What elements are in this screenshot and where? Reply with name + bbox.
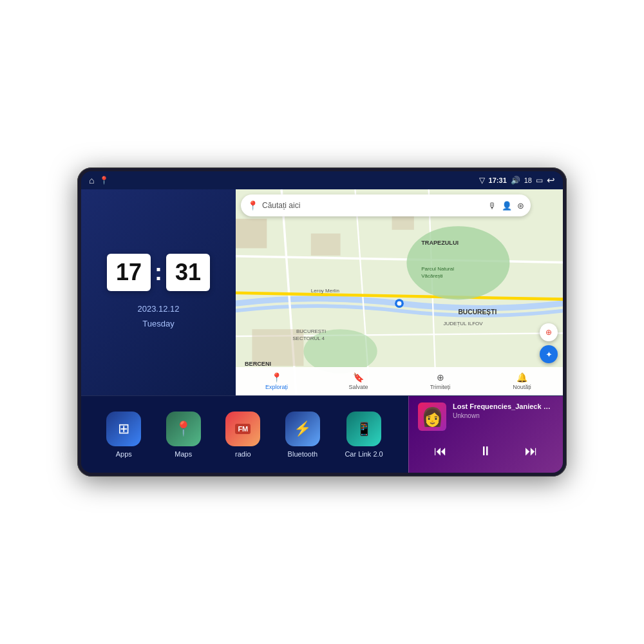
media-top: 👩 Lost Frequencies_Janieck Devy-... Unkn… — [418, 402, 554, 431]
map-search-bar[interactable]: 📍 Căutați aici 🎙 👤 ⊛ — [241, 194, 531, 216]
carlink-label: Car Link 2.0 — [345, 450, 383, 458]
map-nav-explore[interactable]: 📍 Explorați — [236, 367, 317, 395]
svg-point-24 — [397, 301, 402, 306]
back-icon[interactable]: ↩ — [547, 175, 555, 186]
app-item-maps[interactable]: 📍 Maps — [166, 412, 201, 458]
map-search-icons: 🎙 👤 ⊛ — [488, 201, 524, 211]
maps-pin-icon: 📍 — [247, 200, 258, 211]
clock-date: 2023.12.12 Tuesday — [137, 301, 179, 332]
clock-panel: 17 : 31 2023.12.12 Tuesday — [81, 189, 236, 395]
status-bar-left: ⌂ 📍 — [89, 175, 109, 185]
svg-text:TRAPEZULUI: TRAPEZULUI — [421, 240, 459, 246]
media-player: 👩 Lost Frequencies_Janieck Devy-... Unkn… — [408, 396, 563, 473]
svg-text:BUCUREȘTI: BUCUREȘTI — [296, 328, 326, 334]
map-bottom-nav: 📍 Explorați 🔖 Salvate ⊕ Trimiteți 🔔 — [236, 367, 563, 395]
svg-rect-10 — [311, 234, 341, 256]
maps-label: Maps — [175, 450, 192, 458]
account-icon[interactable]: 👤 — [502, 201, 512, 211]
svg-rect-9 — [236, 219, 267, 249]
svg-text:JUDEȚUL ILFOV: JUDEȚUL ILFOV — [444, 321, 484, 327]
saved-icon: 🔖 — [353, 372, 364, 383]
app-item-carlink[interactable]: 📱 Car Link 2.0 — [345, 412, 383, 458]
status-time: 17:31 — [489, 176, 507, 184]
news-label: Noutăți — [513, 384, 531, 390]
svg-point-7 — [406, 226, 509, 299]
clock-colon: : — [155, 254, 162, 291]
status-bar-right: ▽ 17:31 🔊 18 ▭ ↩ — [479, 175, 555, 186]
app-item-apps[interactable]: ⊞ Apps — [106, 412, 141, 458]
clock-display: 17 : 31 — [107, 254, 210, 291]
svg-text:BERCENI: BERCENI — [245, 361, 271, 367]
apps-icon: ⊞ — [106, 412, 141, 446]
device-shell: ⌂ 📍 ▽ 17:31 🔊 18 ▭ ↩ 17 : — [77, 167, 567, 477]
explore-icon: 📍 — [271, 372, 282, 383]
bottom-section: ⊞ Apps 📍 Maps FM radio — [81, 395, 563, 473]
saved-label: Salvate — [348, 384, 368, 390]
explore-label: Explorați — [265, 384, 288, 390]
home-icon[interactable]: ⌂ — [89, 175, 94, 185]
volume-icon: 🔊 — [511, 176, 520, 185]
media-info: Lost Frequencies_Janieck Devy-... Unknow… — [453, 402, 554, 419]
main-content: 17 : 31 2023.12.12 Tuesday 📍 Căutați aic… — [81, 189, 563, 473]
signal-icon: ▽ — [479, 176, 485, 185]
app-item-radio[interactable]: FM radio — [225, 412, 260, 458]
bluetooth-icon: ⚡ — [285, 412, 320, 446]
map-compass-button[interactable]: ⊕ — [540, 323, 558, 341]
map-nav-news[interactable]: 🔔 Noutăți — [481, 367, 563, 395]
maps-icon: 📍 — [166, 412, 201, 446]
bluetooth-label: Bluetooth — [288, 450, 317, 458]
map-search-placeholder: Căutați aici — [262, 201, 484, 210]
map-nav-send[interactable]: ⊕ Trimiteți — [399, 367, 481, 395]
send-label: Trimiteți — [430, 384, 451, 390]
clock-minutes: 31 — [166, 254, 210, 291]
volume-level: 18 — [524, 176, 532, 184]
layers-icon[interactable]: ⊛ — [517, 201, 524, 211]
map-location-button[interactable]: ✦ — [540, 345, 558, 363]
send-icon: ⊕ — [437, 372, 444, 383]
carlink-icon: 📱 — [346, 412, 381, 446]
maps-nav-icon[interactable]: 📍 — [99, 176, 109, 185]
media-title: Lost Frequencies_Janieck Devy-... — [453, 402, 554, 410]
news-icon: 🔔 — [516, 372, 527, 383]
mic-icon[interactable]: 🎙 — [488, 201, 497, 211]
svg-text:SECTORUL 4: SECTORUL 4 — [292, 336, 325, 341]
map-nav-saved[interactable]: 🔖 Salvate — [317, 367, 399, 395]
map-panel[interactable]: 📍 Căutați aici 🎙 👤 ⊛ — [236, 189, 563, 395]
battery-icon: ▭ — [536, 176, 543, 185]
svg-text:Leroy Merlin: Leroy Merlin — [311, 288, 339, 294]
media-artist: Unknown — [453, 412, 554, 419]
radio-label: radio — [235, 450, 251, 458]
screen: ⌂ 📍 ▽ 17:31 🔊 18 ▭ ↩ 17 : — [81, 171, 563, 473]
radio-icon: FM — [225, 412, 260, 446]
map-background: TRAPEZULUI BUCUREȘTI JUDEȚUL ILFOV BERCE… — [236, 189, 563, 395]
next-button[interactable]: ⏭ — [522, 441, 540, 461]
media-thumbnail: 👩 — [418, 402, 446, 431]
app-item-bluetooth[interactable]: ⚡ Bluetooth — [285, 412, 320, 458]
top-section: 17 : 31 2023.12.12 Tuesday 📍 Căutați aic… — [81, 189, 563, 395]
media-controls: ⏮ ⏸ ⏭ — [418, 441, 554, 461]
status-bar: ⌂ 📍 ▽ 17:31 🔊 18 ▭ ↩ — [81, 171, 563, 189]
svg-text:BUCUREȘTI: BUCUREȘTI — [458, 308, 497, 316]
play-pause-button[interactable]: ⏸ — [477, 441, 495, 461]
app-shortcuts: ⊞ Apps 📍 Maps FM radio — [81, 396, 408, 473]
clock-hours: 17 — [107, 254, 151, 291]
prev-button[interactable]: ⏮ — [431, 441, 450, 461]
apps-label: Apps — [116, 450, 132, 458]
svg-text:Parcul Natural: Parcul Natural — [421, 266, 454, 272]
svg-text:Văcărești: Văcărești — [421, 273, 443, 279]
